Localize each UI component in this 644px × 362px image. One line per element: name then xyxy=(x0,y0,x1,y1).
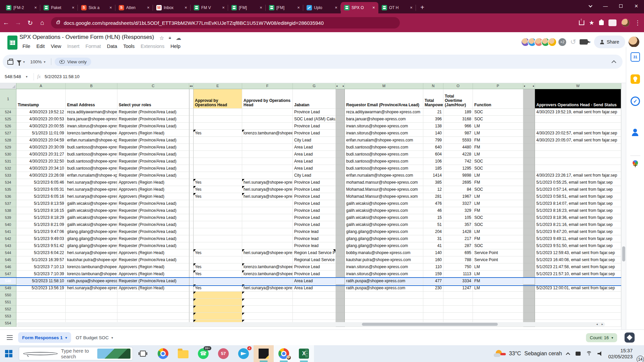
cell-M539[interactable]: galih.wicaksi@shopee-xpress.com xyxy=(345,214,423,221)
scroll-right-arrow-icon[interactable]: ▸ xyxy=(601,322,603,326)
header-cell-p[interactable]: Function xyxy=(473,89,523,109)
tab-search-icon[interactable] xyxy=(582,0,598,12)
cell-O550[interactable] xyxy=(443,292,473,299)
cell-C545[interactable]: Requester (Province/Area Lead) xyxy=(117,256,189,263)
search-daily-image[interactable] xyxy=(97,349,130,359)
browser-tab[interactable]: Paket× xyxy=(40,2,78,13)
cell-M529[interactable]: budi.santoso@shopee-xpress.com xyxy=(345,144,423,151)
taskbar-whatsapp[interactable]: ☎99+ xyxy=(193,345,213,362)
browser-tab[interactable]: [FM]× xyxy=(266,2,303,13)
cell-E547[interactable]: Yes xyxy=(194,270,242,278)
cell-M551[interactable] xyxy=(345,299,423,306)
cell-O548[interactable]: 3334 xyxy=(443,278,473,285)
reload-button[interactable]: ↻ xyxy=(24,19,36,27)
cell-W544[interactable]: 5/1/2023 12:59:43, email sent from fajar… xyxy=(535,249,621,256)
tab-close-icon[interactable]: × xyxy=(108,5,113,10)
forward-button[interactable]: → xyxy=(12,19,24,26)
cell-E538[interactable] xyxy=(194,207,242,214)
row-header-543[interactable]: 543 xyxy=(0,242,16,249)
cell-E525[interactable] xyxy=(194,116,242,123)
cell-O553[interactable] xyxy=(443,313,473,320)
cell-M542[interactable]: gilang.gilang@shopee-xpress.com xyxy=(345,235,423,242)
vertical-scrollbar-thumb[interactable] xyxy=(622,246,625,261)
cell-A543[interactable]: 5/1/2023 9:51:42 xyxy=(16,242,66,249)
hidden-columns-marker[interactable]: ◂▸ xyxy=(189,83,194,89)
header-cell-w[interactable]: Approvers Operations Head - Send Status xyxy=(535,89,621,109)
cell-B525[interactable]: bara.januar@shopee-xpress.com xyxy=(66,116,117,123)
cell-E524[interactable] xyxy=(194,109,242,116)
cell-G532[interactable]: Area Lead xyxy=(293,165,336,172)
cell-C552[interactable] xyxy=(117,306,189,313)
cell-C532[interactable]: Requester (Province/Area Lead) xyxy=(117,165,189,172)
cell-M543[interactable]: gilang.gilang@shopee-xpress.com xyxy=(345,242,423,249)
cell-C548[interactable]: Requester (Province/Area Lead) xyxy=(117,278,189,285)
row-header-550[interactable]: 550 xyxy=(0,292,16,299)
tasks-icon[interactable]: ✓ xyxy=(631,97,640,106)
cell-A542[interactable]: 5/1/2023 9:49:03 xyxy=(16,235,66,242)
cell-G541[interactable]: Province lead xyxy=(293,228,336,235)
cell-G545[interactable]: Regional Lead Service Point xyxy=(293,256,336,263)
sheet-tab-ot-budget-soc[interactable]: OT Budget SOC ▾ xyxy=(71,335,118,340)
cell-W524[interactable]: 4/30/2023 19:52:19, email sent from faja… xyxy=(535,109,621,116)
cell-M547[interactable]: irwan.sitorus@shopee-xpress.com xyxy=(345,270,423,278)
cell-E548[interactable] xyxy=(194,278,242,285)
row-header-527[interactable]: 527 xyxy=(0,130,16,137)
cell-O526[interactable]: 966 xyxy=(443,123,473,130)
row-header-554[interactable]: 554 xyxy=(0,320,16,327)
browser-menu-kebab-icon[interactable]: ⋮ xyxy=(635,19,641,26)
cell-P530[interactable]: LM xyxy=(473,151,523,158)
cell-M532[interactable]: budi.santoso@shopee-xpress.com xyxy=(345,165,423,172)
unhide-right-icon[interactable]: ▸ xyxy=(343,83,344,89)
cell-B549[interactable]: heri.sunarya@shopee-xpress.com xyxy=(66,285,117,292)
header-cell-f[interactable]: Approved by Operations Head xyxy=(242,89,293,109)
cell-B546[interactable]: lorenzo.tambunan@shopee-xpress.com xyxy=(66,263,117,270)
cell-B531[interactable]: budi.santoso@shopee-xpress.com xyxy=(66,158,117,165)
cell-F540[interactable] xyxy=(242,221,293,228)
cell-W527[interactable]: 4/30/2023 20:02:57, email sent from faja… xyxy=(535,130,621,137)
star-document-icon[interactable]: ☆ xyxy=(159,35,164,41)
cell-N530[interactable]: 604 xyxy=(423,151,443,158)
name-box[interactable]: 548:548 ▾ xyxy=(0,74,30,79)
row-header-549[interactable]: 549 xyxy=(0,285,16,292)
browser-profile-avatar[interactable] xyxy=(621,18,630,27)
tab-close-icon[interactable]: × xyxy=(70,5,76,10)
cell-F534[interactable]: heri.sunarya@shopee-xpress.com xyxy=(242,179,293,186)
cell-O536[interactable]: 1967 xyxy=(443,193,473,200)
url-text[interactable]: docs.google.com/spreadsheets/d/1bL5ODf_E… xyxy=(64,20,324,26)
cell-M526[interactable]: irwan.sitorus@shopee-xpress.com xyxy=(345,123,423,130)
cell-A545[interactable]: 5/1/2023 16:39:57 xyxy=(16,256,66,263)
cell-N551[interactable] xyxy=(423,299,443,306)
task-view-button[interactable] xyxy=(133,345,153,362)
cell-M537[interactable]: galih.wicaksi@shopee-xpress.com xyxy=(345,200,423,207)
cell-M538[interactable]: galih.wicaksi@shopee-xpress.com xyxy=(345,207,423,214)
cell-E535[interactable]: Yes xyxy=(194,186,242,193)
cell-A536[interactable]: 5/2/2023 6:05:16 xyxy=(16,193,66,200)
browser-tab[interactable]: Inbox× xyxy=(153,2,191,13)
cell-P535[interactable]: SOC xyxy=(473,186,523,193)
cell-M546[interactable]: irwan.sitorus@shopee-xpress.com xyxy=(345,263,423,270)
cell-B527[interactable]: lorenzo.tambunan@shopee-xpress.com xyxy=(66,130,117,137)
cell-N547[interactable]: 159 xyxy=(423,270,443,278)
taskbar-chrome-profile[interactable] xyxy=(274,345,294,362)
cell-N534[interactable]: 385 xyxy=(423,179,443,186)
row-header-546[interactable]: 546 xyxy=(0,263,16,270)
cell-O552[interactable] xyxy=(443,306,473,313)
row-header-537[interactable]: 537 xyxy=(0,200,16,207)
cell-E534[interactable]: Yes xyxy=(194,179,242,186)
cell-P545[interactable]: Service Point xyxy=(473,256,523,263)
row-header-545[interactable]: 545 xyxy=(0,256,16,263)
cell-E543[interactable] xyxy=(194,242,242,249)
cell-F528[interactable] xyxy=(242,137,293,144)
browser-tab[interactable]: Atten× xyxy=(115,2,153,13)
cell-F552[interactable] xyxy=(242,306,293,313)
cell-M530[interactable]: budi.santoso@shopee-xpress.com xyxy=(345,151,423,158)
cell-F545[interactable] xyxy=(242,256,293,263)
cell-B539[interactable]: galih.wicaksi@shopee-xpress.com xyxy=(66,214,117,221)
cell-F551[interactable] xyxy=(242,299,293,306)
browser-tab[interactable]: Uplo× xyxy=(303,2,341,13)
cell-B550[interactable] xyxy=(66,292,117,299)
tab-close-icon[interactable]: × xyxy=(258,5,264,10)
clock[interactable]: 15:37 02/05/2023 xyxy=(608,348,633,360)
cell-C538[interactable]: Requester (Province/Area Lead) xyxy=(117,207,189,214)
cell-W542[interactable]: 5/1/2023 9:49:11, email sent from fajar.… xyxy=(535,235,621,242)
